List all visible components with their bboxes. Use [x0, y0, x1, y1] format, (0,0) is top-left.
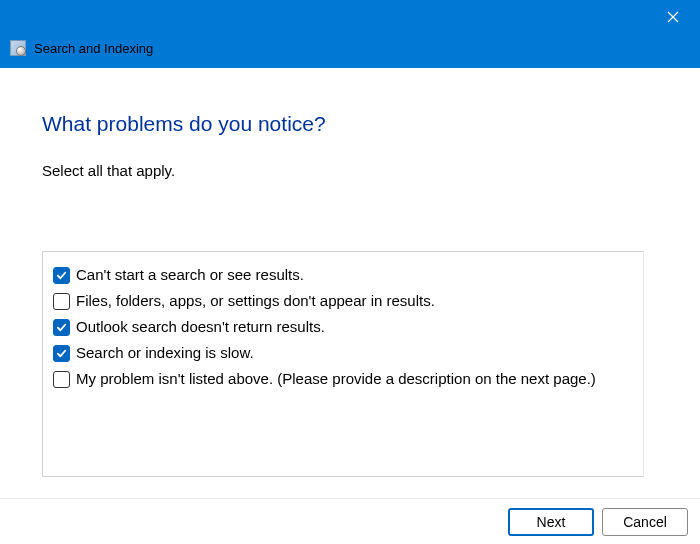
option-row: Can't start a search or see results. [53, 262, 649, 288]
page-subheading: Select all that apply. [42, 162, 658, 179]
option-checkbox[interactable] [53, 319, 70, 336]
option-label[interactable]: My problem isn't listed above. (Please p… [76, 368, 596, 390]
option-label[interactable]: Outlook search doesn't return results. [76, 316, 325, 338]
search-indexing-icon [10, 40, 26, 56]
option-checkbox[interactable] [53, 293, 70, 310]
title-row: Search and Indexing [10, 40, 153, 56]
content-area: What problems do you notice? Select all … [0, 68, 700, 477]
option-checkbox[interactable] [53, 267, 70, 284]
options-list: Can't start a search or see results.File… [42, 251, 660, 477]
footer-bar: Next Cancel [0, 498, 700, 544]
option-label[interactable]: Search or indexing is slow. [76, 342, 254, 364]
option-label[interactable]: Files, folders, apps, or settings don't … [76, 290, 435, 312]
cancel-button[interactable]: Cancel [602, 508, 688, 536]
close-icon [667, 9, 679, 27]
option-row: Outlook search doesn't return results. [53, 314, 649, 340]
option-label[interactable]: Can't start a search or see results. [76, 264, 304, 286]
window-title: Search and Indexing [34, 41, 153, 56]
option-checkbox[interactable] [53, 371, 70, 388]
option-row: Search or indexing is slow. [53, 340, 649, 366]
option-row: Files, folders, apps, or settings don't … [53, 288, 649, 314]
next-button[interactable]: Next [508, 508, 594, 536]
page-heading: What problems do you notice? [42, 112, 658, 136]
close-button[interactable] [658, 6, 688, 30]
title-bar: Search and Indexing [0, 0, 700, 68]
option-checkbox[interactable] [53, 345, 70, 362]
option-row: My problem isn't listed above. (Please p… [53, 366, 649, 392]
